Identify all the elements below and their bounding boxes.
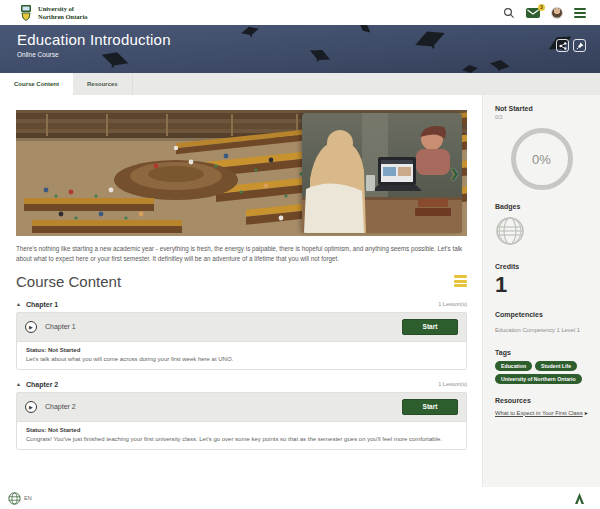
banner-text: Education Introduction Online Course (17, 31, 171, 58)
lesson-title: Chapter 1 (45, 323, 76, 330)
university-logo[interactable]: University of Northren Ontario (18, 4, 88, 21)
tab-resources[interactable]: Resources (73, 73, 133, 95)
course-description: There's nothing like starting a new acad… (16, 244, 467, 264)
resources-title: Resources (495, 397, 588, 404)
course-image-carousel: ❯ (16, 110, 467, 236)
tab-course-content[interactable]: Course Content (0, 73, 73, 95)
language-label: EN (24, 495, 32, 501)
chapter-1-title: Chapter 1 (26, 301, 58, 308)
student-laptop-photo (302, 113, 462, 233)
tag-list: Education Student Life University of Nor… (495, 361, 588, 384)
course-tabs: Course Content Resources (0, 73, 600, 95)
resource-arrow-icon: ▸ (585, 409, 588, 416)
play-icon[interactable]: ▶ (25, 401, 37, 413)
banner-actions (556, 39, 586, 52)
badges-title: Badges (495, 203, 588, 210)
competencies-title: Competencies (495, 311, 588, 318)
credits-value: 1 (495, 272, 588, 298)
start-button[interactable]: Start (402, 319, 458, 335)
university-name-line1: University of (38, 5, 74, 12)
lesson-card: ▶ Chapter 1 Start Status: Not Started Le… (16, 312, 467, 370)
messages-count-badge: 3 (538, 4, 545, 11)
competency-link[interactable]: Education Competency 1 Level 1 (495, 327, 580, 333)
course-type: Online Course (17, 51, 171, 58)
lesson-status: Status: Not Started Let's talk about wha… (17, 341, 466, 369)
globe-icon (8, 492, 21, 505)
topbar-actions: 3 (503, 7, 586, 19)
status-label: Status: Not Started (26, 347, 457, 353)
tag-education[interactable]: Education (495, 361, 532, 371)
progress-status-title: Not Started (495, 105, 588, 112)
next-slide-preview (302, 113, 462, 233)
collapse-caret-icon: ▲ (16, 301, 21, 307)
course-sidebar: Not Started 0/2 0% Badges Credits 1 (482, 95, 600, 487)
lesson-row: ▶ Chapter 2 Start (17, 393, 466, 421)
course-title: Education Introduction (17, 31, 171, 48)
chapter-2-lesson-count: 1 Lesson(s) (438, 381, 467, 387)
messages-icon[interactable]: 3 (526, 8, 540, 18)
chapter-1-header[interactable]: ▲ Chapter 1 1 Lesson(s) (16, 299, 467, 312)
top-bar: University of Northren Ontario 3 (0, 0, 600, 25)
bookmark-pin-icon[interactable] (573, 39, 586, 52)
section-head: Course Content (16, 273, 467, 290)
lesson-row: ▶ Chapter 1 Start (17, 313, 466, 341)
status-label: Status: Not Started (26, 427, 457, 433)
chapter-section-2: ▲ Chapter 2 1 Lesson(s) ▶ Chapter 2 Star… (16, 379, 467, 450)
list-view-icon[interactable] (454, 275, 467, 287)
resource-item: What to Expect in Your First Class ▸ (495, 409, 588, 416)
platform-logo-mark (575, 493, 584, 504)
share-icon[interactable] (556, 39, 569, 52)
play-icon[interactable]: ▶ (25, 321, 37, 333)
footer: EN (0, 487, 600, 509)
lesson-status: Status: Not Started Congrats! You've jus… (17, 421, 466, 449)
progress-percent: 0% (532, 152, 551, 167)
lesson-description: Congrats! You've just finished teaching … (26, 436, 457, 442)
course-banner: Education Introduction Online Course (0, 25, 600, 73)
lesson-description: Let's talk about what you will come acro… (26, 356, 457, 362)
tag-student-life[interactable]: Student Life (535, 361, 577, 371)
chapter-section-1: ▲ Chapter 1 1 Lesson(s) ▶ Chapter 1 Star… (16, 299, 467, 370)
badge-globe-icon (495, 216, 525, 246)
start-button[interactable]: Start (402, 399, 458, 415)
menu-icon[interactable] (574, 8, 586, 18)
progress-ring: 0% (511, 128, 573, 190)
section-title: Course Content (16, 273, 121, 290)
tag-university[interactable]: University of Northern Ontario (495, 374, 582, 384)
carousel-next-button[interactable]: ❯ (450, 167, 459, 180)
content-area: ❯ There's nothing like starting a new ac… (0, 95, 600, 487)
university-name: University of Northren Ontario (38, 5, 88, 20)
lesson-title: Chapter 2 (45, 403, 76, 410)
collapse-caret-icon: ▲ (16, 381, 21, 387)
language-selector[interactable]: EN (8, 492, 32, 505)
credits-title: Credits (495, 263, 588, 270)
lesson-card: ▶ Chapter 2 Start Status: Not Started Co… (16, 392, 467, 450)
university-crest-icon (18, 4, 34, 21)
search-icon[interactable] (503, 7, 515, 19)
main-column: ❯ There's nothing like starting a new ac… (0, 95, 482, 487)
chapter-2-title: Chapter 2 (26, 381, 58, 388)
user-avatar[interactable] (551, 7, 563, 19)
chapter-2-header[interactable]: ▲ Chapter 2 1 Lesson(s) (16, 379, 467, 392)
resource-link[interactable]: What to Expect in Your First Class (495, 410, 583, 416)
tags-title: Tags (495, 349, 588, 356)
progress-fraction: 0/2 (495, 114, 588, 120)
university-name-line2: Northren Ontario (38, 13, 88, 20)
page: University of Northren Ontario 3 (0, 0, 600, 509)
chapter-1-lesson-count: 1 Lesson(s) (438, 301, 467, 307)
